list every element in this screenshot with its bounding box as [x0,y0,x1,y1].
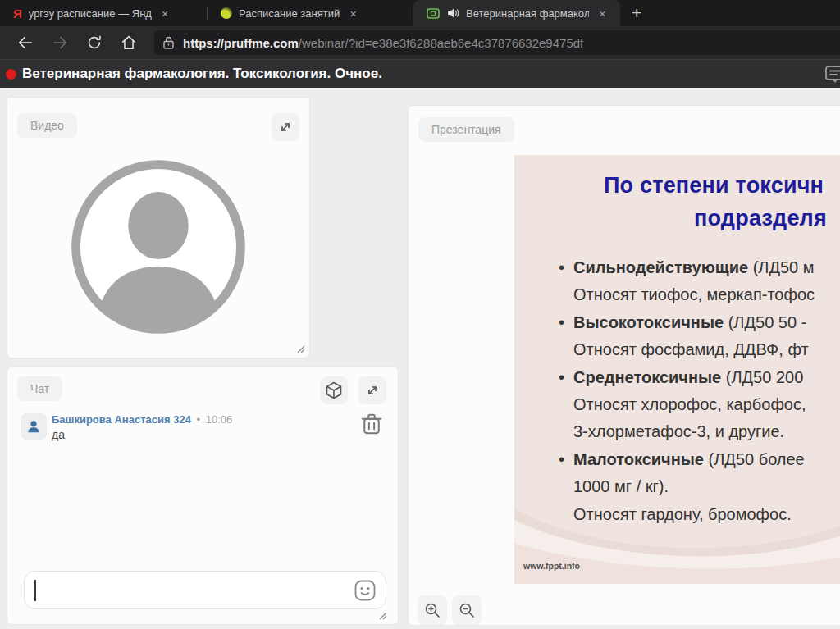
slide-text: (ЛД50 м [748,258,814,276]
slide-text-bold: Малотоксичные [573,450,704,468]
yandex-logo-icon: Я [13,7,22,21]
slide-text: Относят тиофос, меркап-тофос [573,285,815,303]
message-author[interactable]: Башкирова Анастасия 324 [52,413,191,426]
tab-audio-speaker-icon[interactable] [446,7,459,19]
address-bar[interactable]: https://pruffme.com/webinar/?id=e38e3f62… [154,30,840,55]
slide-text: (ЛД50 200 [721,368,803,386]
message-separator: • [196,413,200,426]
chat-panel-label: Чат [17,376,62,401]
zoom-out-icon [459,602,475,618]
close-icon[interactable]: × [596,7,609,21]
slide-text: (ЛД50 50 - [724,313,806,331]
person-icon [26,419,41,434]
slide-text: Относят фосфамид, ДДВФ, фт [573,340,809,358]
slide-text: Относят хлорофос, карбофос, [573,395,806,413]
forward-icon[interactable] [51,34,69,52]
message-text: да [52,428,65,441]
video-panel-label: Видео [17,113,77,138]
participant-avatar [70,158,247,335]
url-path: /webinar/?id=e38e3f6288aeb6e4c37876632e9… [299,36,583,50]
tab-schedule[interactable]: Расписание занятий × [208,0,413,26]
chat-expand-button[interactable] [358,376,386,404]
message-avatar [21,413,47,440]
text-caret [34,580,36,601]
presentation-panel-label: Презентация [418,117,514,142]
webcam-favicon-icon [427,7,440,19]
record-dot-icon [6,69,16,80]
slide-text: 3-хлорметафос-3, и другие. [573,422,784,440]
tab-webinar-active[interactable]: Ветеринарная фармаколо × [413,0,620,26]
slide-line: Относят хлорофос, карбофос, [514,395,840,422]
cube-icon [326,381,342,399]
slide-line: •Среднетоксичные (ЛД50 200 [514,368,840,395]
site-favicon-icon [221,7,232,19]
expand-icon [365,383,380,398]
slide-line: •Сильнодействующие (ЛД50 м [514,258,840,285]
close-icon[interactable]: × [158,7,172,21]
zoom-in-button[interactable] [418,595,447,625]
slide-line: •Малотоксичные (ЛД50 более [514,450,840,477]
message-header: Башкирова Анастасия 324 • 10:06 [52,413,232,426]
back-icon[interactable] [16,34,34,52]
tab-yandex-search[interactable]: Я ургэу расписание — Яндекс: на × [0,0,207,26]
zoom-out-button[interactable] [452,595,482,625]
bullet-marker: • [559,258,564,277]
chat-input-resize-handle[interactable] [379,612,387,620]
slide-line: Относят фосфамид, ДДВФ, фт [514,340,840,367]
emoji-button[interactable] [354,580,376,601]
slide-line: •Высокотоксичные (ЛД50 50 - [514,313,840,340]
slide-text-bold: Среднетоксичные [573,368,721,386]
reload-icon[interactable] [85,34,103,52]
slide-line: Относят тиофос, меркап-тофос [514,285,840,312]
home-icon[interactable] [120,34,138,52]
tab-title: ургэу расписание — Яндекс: на [29,7,152,20]
video-expand-button[interactable] [272,113,299,141]
webinar-header: Ветеринарная фармакология. Токсикология.… [0,59,840,88]
slide-footer-url: www.fppt.info [523,561,580,571]
zoom-in-icon [424,602,441,618]
tab-title: Расписание занятий [239,7,340,20]
bullet-marker: • [559,368,564,387]
new-tab-button[interactable]: + [620,0,653,26]
video-panel: Видео [7,97,310,358]
webinar-title: Ветеринарная фармакология. Токсикология.… [22,66,382,82]
lock-icon[interactable] [162,35,175,50]
delete-message-button[interactable] [360,412,383,436]
chat-input[interactable] [24,571,386,609]
chat-toggle-icon[interactable] [825,66,840,84]
browser-toolbar: https://pruffme.com/webinar/?id=e38e3f62… [0,26,840,59]
url-host: https://pruffme.com [183,36,299,50]
message-time: 10:06 [206,413,233,426]
slide-text-bold: Сильнодействующие [573,258,748,276]
slide-title-line1: По степени токсичн [604,173,824,198]
chat-panel: Чат Башкирова Анастасия 324 • 10:06 да [7,367,399,625]
browser-tab-bar: Я ургэу расписание — Яндекс: на × Распис… [0,0,840,26]
bullet-marker: • [559,313,564,332]
slide-text: (ЛД50 более [704,450,805,468]
app-window: Я ургэу расписание — Яндекс: на × Распис… [0,0,840,629]
slide-title-line2: подразделя [694,206,827,231]
slide-text-bold: Высокотоксичные [573,313,724,331]
presentation-slide: По степени токсичн подразделя •Сильнодей… [514,155,840,584]
presentation-panel: Презентация По степени токсичн подраздел… [408,105,840,626]
expand-icon [278,120,293,134]
close-icon[interactable]: × [346,7,360,21]
tab-title: Ветеринарная фармаколо [466,7,589,20]
video-resize-handle[interactable] [297,345,305,353]
bullet-marker: • [559,450,564,469]
slide-line: 3-хлорметафос-3, и другие. [514,422,840,449]
chat-3d-button[interactable] [320,376,348,404]
url-text: https://pruffme.com/webinar/?id=e38e3f62… [183,36,583,50]
